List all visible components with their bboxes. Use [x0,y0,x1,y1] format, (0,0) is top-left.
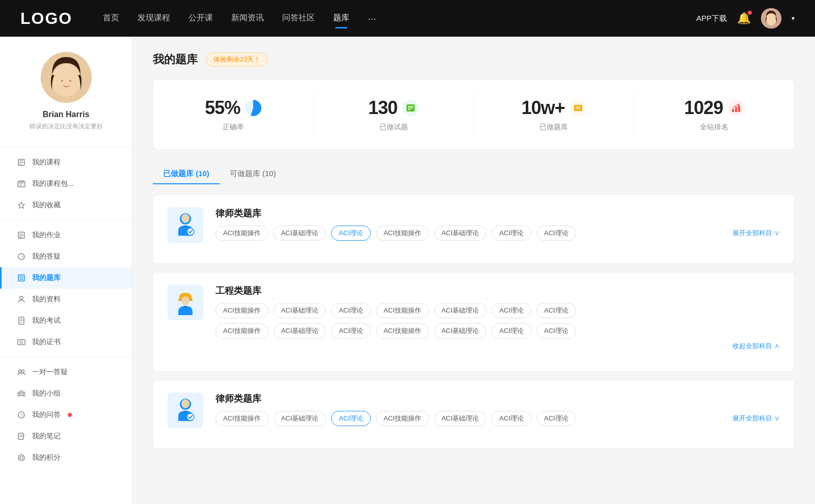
page-title: 我的题库 [153,52,198,67]
tag-eng-14[interactable]: ACI理论 [536,323,576,339]
tag-lawyer1-6[interactable]: ACI理论 [492,226,531,241]
notification-bell[interactable]: 🔔 [737,12,751,25]
tag-eng-2[interactable]: ACI基础理论 [274,303,327,318]
tag-eng-7[interactable]: ACI理论 [536,303,576,318]
qbank-title-lawyer-2: 律师类题库 [215,393,780,405]
engineer-tags-footer: 收起全部科目 ∧ [215,342,780,351]
avatar-image [761,8,781,29]
tag-lawyer2-4[interactable]: ACI技能操作 [376,411,429,426]
stat-accuracy-top: 55% [205,97,261,119]
tag-eng-10[interactable]: ACI理论 [331,323,371,339]
nav-discover[interactable]: 发现课程 [138,13,170,24]
tag-lawyer2-5[interactable]: ACI基础理论 [434,411,487,426]
stat-banks-label: 已做题库 [539,123,568,132]
tag-lawyer1-3[interactable]: ACI理论 [331,226,371,241]
qbank-tags-area-lawyer-2: 律师类题库 ACI技能操作 ACI基础理论 ACI理论 ACI技能操作 ACI基… [215,393,780,426]
tag-eng-6[interactable]: ACI理论 [492,303,531,318]
stat-accuracy: 55% 正确率 [153,92,314,137]
sidebar-item-favorites[interactable]: 我的收藏 [0,194,132,216]
profile-avatar-image [41,52,92,103]
sidebar-profile: Brian Harris 错误的决定比没有决定要好 [0,52,132,143]
page-header: 我的题库 体验剩余23天！ [153,52,795,67]
tag-lawyer1-2[interactable]: ACI基础理论 [274,226,327,241]
tag-eng-12[interactable]: ACI基础理论 [434,323,487,339]
tag-lawyer2-1[interactable]: ACI技能操作 [215,411,268,426]
svg-point-61 [181,296,189,305]
sidebar-item-cert[interactable]: 我的证书 [0,331,132,353]
avatar-dropdown[interactable]: ▾ [792,15,795,22]
sidebar-divider-2 [0,357,132,357]
svg-point-5 [61,80,63,82]
sidebar-item-qa[interactable]: ? 我的答疑 [0,246,132,267]
sidebar-item-notes[interactable]: 我的笔记 [0,426,132,447]
tag-lawyer2-7[interactable]: ACI理论 [536,411,576,426]
sidebar-item-group[interactable]: 我的小组 [0,383,132,404]
sidebar-item-exam[interactable]: 我的考试 [0,310,132,331]
sidebar-item-homework[interactable]: 我的作业 [0,225,132,246]
lawyer-icon-1 [174,212,197,238]
tag-eng-13[interactable]: ACI理论 [492,323,531,339]
1v1-icon [17,368,26,377]
tag-eng-5[interactable]: ACI基础理论 [434,303,487,318]
tag-eng-8[interactable]: ACI技能操作 [215,323,268,339]
expand-lawyer1[interactable]: 展开全部科目 ∨ [732,229,780,238]
stat-questions-top: 130 [368,97,419,119]
nav-home[interactable]: 首页 [103,13,119,24]
avatar[interactable] [761,8,781,29]
exam-icon [17,316,26,325]
qbank-card-engineer-header: 工程类题库 ACI技能操作 ACI基础理论 ACI理论 ACI技能操作 ACI基… [168,285,780,351]
tag-eng-3[interactable]: ACI理论 [331,303,371,318]
nav-news[interactable]: 新闻资讯 [231,13,264,24]
tag-lawyer2-6[interactable]: ACI理论 [492,411,531,426]
sidebar-item-my-course[interactable]: 我的课程 [0,152,132,173]
qbank-tags-engineer-row2: ACI技能操作 ACI基础理论 ACI理论 ACI技能操作 ACI基础理论 AC… [215,323,780,339]
tag-lawyer1-5[interactable]: ACI基础理论 [434,226,487,241]
nav-more[interactable]: ··· [368,13,376,24]
svg-text:?: ? [21,255,23,260]
tab-done[interactable]: 已做题库 (10) [153,164,220,184]
svg-point-36 [18,392,20,394]
tag-lawyer1-1[interactable]: ACI技能操作 [215,226,268,241]
sidebar: Brian Harris 错误的决定比没有决定要好 我的课程 我的课程包... [0,37,132,504]
sidebar-item-1v1[interactable]: 一对一答疑 [0,361,132,383]
sidebar-divider-1 [0,220,132,220]
tag-lawyer1-7[interactable]: ACI理论 [536,226,576,241]
tab-available[interactable]: 可做题库 (10) [220,164,286,184]
sidebar-item-qbank[interactable]: 我的题库 [0,267,132,289]
homework-icon [17,231,26,240]
sidebar-item-course-pkg[interactable]: 我的课程包... [0,173,132,194]
sidebar-item-points[interactable]: 我的积分 [0,447,132,468]
cert-label: 我的证书 [32,338,61,347]
nav-qa[interactable]: 问答社区 [282,13,315,24]
my-course-icon [17,158,26,167]
banks-done-icon [570,100,586,116]
bell-notification-dot [748,11,752,15]
sidebar-item-profile[interactable]: 我的资料 [0,289,132,310]
nav-qbank[interactable]: 题库 [333,13,349,24]
collapse-engineer[interactable]: 收起全部科目 ∧ [732,342,780,351]
nav-open-course[interactable]: 公开课 [188,13,213,24]
expand-lawyer2[interactable]: 展开全部科目 ∨ [732,414,780,423]
svg-point-63 [181,399,189,408]
my-course-label: 我的课程 [32,158,61,167]
sidebar-item-my-qa[interactable]: ? 我的问答 [0,404,132,426]
favorites-label: 我的收藏 [32,201,61,210]
trial-badge: 体验剩余23天！ [206,52,268,67]
tag-eng-11[interactable]: ACI技能操作 [376,323,429,339]
svg-point-1 [766,13,776,25]
tag-eng-1[interactable]: ACI技能操作 [215,303,268,318]
tag-lawyer2-2[interactable]: ACI基础理论 [274,411,327,426]
nav-links: 首页 发现课程 公开课 新闻资讯 问答社区 题库 ··· [103,13,696,24]
questions-done-icon [402,100,419,116]
tag-eng-4[interactable]: ACI技能操作 [376,303,429,318]
app-download-btn[interactable]: APP下载 [696,14,727,23]
profile-avatar[interactable] [41,52,92,103]
stat-banks-value: 10w+ [522,97,565,119]
tag-lawyer1-4[interactable]: ACI技能操作 [376,226,429,241]
tag-eng-9[interactable]: ACI基础理论 [274,323,327,339]
1v1-label: 一对一答疑 [32,368,68,377]
tag-lawyer2-3[interactable]: ACI理论 [331,411,371,426]
qbank-tags-lawyer-1: ACI技能操作 ACI基础理论 ACI理论 ACI技能操作 ACI基础理论 AC… [215,226,780,241]
svg-point-34 [22,370,24,373]
svg-point-44 [18,455,24,461]
